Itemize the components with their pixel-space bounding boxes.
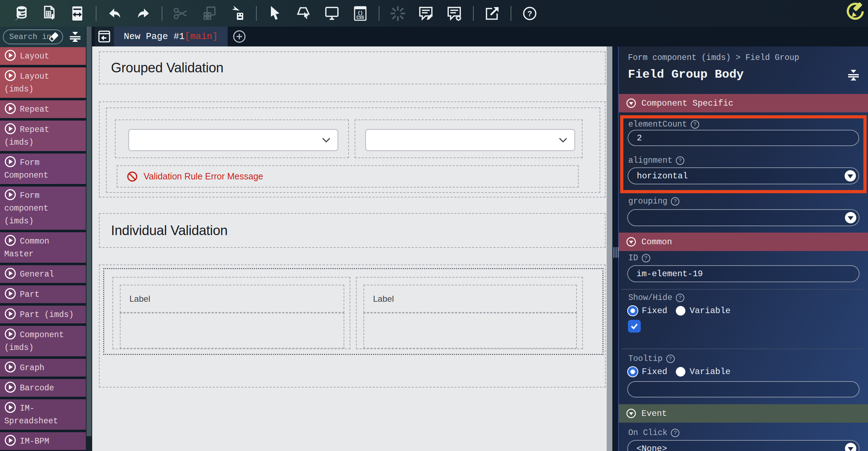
sidebar-item-part-imds[interactable]: Part (imds) (0, 306, 86, 323)
redo-icon[interactable] (133, 4, 154, 23)
help-tooltip-icon[interactable]: ? (676, 294, 684, 302)
paste-special-icon[interactable] (227, 4, 248, 23)
help-tooltip-icon[interactable]: ? (671, 429, 679, 437)
play-circle-icon (4, 234, 16, 246)
play-circle-icon (4, 381, 16, 393)
filter-properties-icon[interactable] (847, 68, 860, 82)
grouped-validation-heading-box[interactable]: Grouped Validation (99, 51, 606, 84)
panel-resize-divider[interactable] (612, 46, 619, 451)
field-group-cell-2[interactable]: Label (356, 277, 583, 349)
radio-fixed[interactable] (628, 306, 638, 316)
highlight-outline: elementCount ? 2 alignment ? horizontal (620, 115, 867, 193)
help-tooltip-icon[interactable]: ? (691, 120, 699, 129)
help-tooltip-icon[interactable]: ? (671, 197, 679, 206)
preview-icon[interactable] (293, 4, 314, 23)
play-circle-icon (4, 69, 16, 82)
collapse-sidebar-icon[interactable] (95, 27, 114, 46)
sidebar-item-part[interactable]: Part (0, 285, 86, 303)
sidebar-scrollbar[interactable] (86, 27, 92, 451)
field-value-box-1[interactable] (120, 313, 344, 349)
sidebar-item-general[interactable]: General (0, 265, 86, 283)
resize-handle-icon[interactable] (613, 247, 619, 258)
add-page-icon[interactable] (228, 27, 251, 46)
select-cursor-icon[interactable] (265, 4, 286, 23)
edit-mode-pen-icon[interactable] (844, 1, 864, 23)
individual-validation-heading-box[interactable]: Individual Validation (99, 213, 606, 248)
radio-variable[interactable] (676, 306, 685, 316)
sidebar-item-graph[interactable]: Graph (0, 359, 86, 377)
show-hide-checkbox[interactable] (628, 320, 641, 333)
sidebar-item-repeat[interactable]: Repeat (0, 100, 86, 118)
comment-edit-icon[interactable] (416, 4, 437, 23)
field-value-box-2[interactable] (363, 313, 577, 349)
individual-validation-container[interactable]: Label Label (99, 265, 606, 388)
field-label-box-2[interactable]: Label (363, 285, 577, 313)
paste-icon[interactable] (199, 4, 220, 23)
field-group-container[interactable]: Validation Rule Error Message (106, 107, 600, 193)
switch-layout-icon[interactable] (67, 4, 88, 23)
selected-field-group[interactable]: Label Label (103, 268, 603, 355)
on-click-select[interactable]: <None> (627, 440, 859, 451)
dropdown-select-2[interactable] (365, 129, 575, 151)
id-input[interactable]: im-element-19 (627, 265, 859, 282)
section-event[interactable]: Event (619, 404, 868, 423)
grouping-select[interactable] (627, 209, 859, 226)
dropdown-caret-icon[interactable] (845, 443, 856, 451)
no-entry-icon (127, 171, 138, 182)
design-canvas[interactable]: Grouped Validation Validation Rule Error… (92, 46, 612, 451)
validation-error-box[interactable]: Validation Rule Error Message (117, 165, 579, 188)
eraser-icon[interactable] (48, 31, 60, 43)
field-group-cell-1[interactable]: Label (112, 277, 350, 349)
canvas-scrollbar[interactable] (607, 46, 612, 451)
collapse-all-icon[interactable] (68, 30, 82, 44)
search-input[interactable]: Search in (3, 29, 63, 44)
sidebar-item-form-component[interactable]: Form Component (0, 154, 86, 184)
help-tooltip-icon[interactable]: ? (642, 254, 650, 262)
sidebar-item-repeat-imds[interactable]: Repeat (imds) (0, 121, 86, 151)
grouped-validation-container[interactable]: Validation Rule Error Message (99, 101, 606, 197)
field-label: Show/Hide (628, 293, 672, 302)
field-label-box-1[interactable]: Label (120, 285, 344, 313)
sidebar-item-im-bpm[interactable]: IM-BPM (0, 432, 86, 450)
element-count-input[interactable]: 2 (628, 130, 859, 146)
page-title: Field Group Body (628, 68, 744, 81)
show-hide-label-row: Show/Hide ? (628, 293, 684, 302)
select-cell-1[interactable] (115, 119, 349, 158)
element-count-label-row: elementCount ? (628, 120, 699, 129)
sidebar-scrollbar-thumb[interactable] (87, 27, 91, 436)
dropdown-caret-icon[interactable] (845, 212, 856, 223)
radio-variable[interactable] (676, 367, 685, 377)
select-cell-2[interactable] (355, 119, 583, 158)
export-document-icon[interactable] (38, 4, 60, 23)
play-circle-icon (4, 156, 16, 168)
section-component-specific[interactable]: Component Specific (619, 94, 868, 112)
sidebar-item-form-component-imds[interactable]: Form component (imds) (0, 186, 86, 230)
cut-icon[interactable] (170, 4, 191, 23)
help-icon[interactable]: ? (519, 4, 540, 23)
sidebar-item-component-imds[interactable]: Component (imds) (0, 326, 86, 356)
css-editor-icon[interactable]: {}CSS (350, 4, 371, 23)
on-click-value: <None> (636, 444, 667, 451)
sidebar-item-common-master[interactable]: Common Master (0, 232, 86, 263)
tooltip-input[interactable] (627, 381, 859, 397)
dropdown-select-1[interactable] (128, 129, 338, 151)
undo-icon[interactable] (104, 4, 126, 23)
help-tooltip-icon[interactable]: ? (666, 355, 675, 363)
sidebar-item-im-spreadsheet[interactable]: IM-Spreadsheet (0, 399, 86, 430)
radio-label: Fixed (642, 367, 667, 377)
sidebar-item-barcode[interactable]: Barcode (0, 379, 86, 397)
alignment-select[interactable]: horizontal (628, 167, 859, 184)
export-data-icon[interactable] (10, 4, 31, 23)
monitor-icon[interactable] (321, 4, 343, 23)
section-common[interactable]: Common (619, 233, 868, 251)
play-circle-icon (4, 434, 16, 446)
open-external-icon[interactable] (482, 4, 503, 23)
radio-fixed[interactable] (628, 367, 638, 377)
sidebar-item-layout[interactable]: Layout (0, 47, 86, 65)
sidebar-item-layout-imds[interactable]: Layout (imds) (0, 67, 86, 98)
tab-new-page-1[interactable]: New Page #1[main] (114, 27, 228, 46)
dropdown-caret-icon[interactable] (845, 170, 856, 182)
help-tooltip-icon[interactable]: ? (676, 156, 684, 165)
comment-settings-icon[interactable] (444, 4, 465, 23)
field-label: elementCount (628, 120, 687, 129)
